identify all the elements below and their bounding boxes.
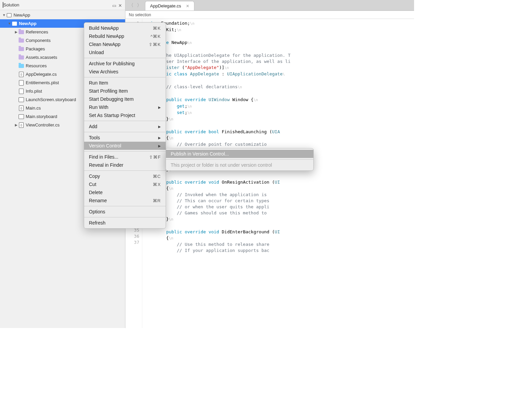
- plist-icon: [18, 80, 24, 86]
- menu-item[interactable]: Reveal in Finder: [84, 161, 166, 169]
- cs-icon: {}: [18, 72, 24, 77]
- menu-item[interactable]: Cut⌘X: [84, 180, 166, 188]
- menu-item[interactable]: Tools▶: [84, 134, 166, 142]
- tab-close-icon[interactable]: ✕: [186, 4, 189, 8]
- folder-blue-icon: [18, 63, 24, 69]
- sidebar-header: Solution ▭ ✕: [0, 0, 125, 10]
- version-control-submenu: Publish in Version Control...This projec…: [166, 148, 314, 171]
- menu-item[interactable]: Refresh: [84, 219, 166, 227]
- close-icon[interactable]: ✕: [118, 3, 122, 7]
- project-icon: [11, 21, 18, 26]
- menu-item[interactable]: Set As Startup Project: [84, 111, 166, 119]
- menu-item[interactable]: Run Item: [84, 79, 166, 87]
- cs-icon: {}: [18, 106, 24, 111]
- menu-item[interactable]: Find in Files...⇧⌘F: [84, 153, 166, 161]
- editor-tab[interactable]: AppDelegate.cs ✕: [145, 1, 194, 10]
- menu-item[interactable]: Options: [84, 208, 166, 216]
- menu-item[interactable]: Archive for Publishing: [84, 60, 166, 68]
- submenu-item: This project or folder is not under vers…: [166, 161, 313, 169]
- tab-bar: 〈 〉 AppDelegate.cs ✕: [125, 0, 414, 11]
- code-editor[interactable]: 1234567891011121314151617181920212223242…: [125, 19, 414, 328]
- tree-root[interactable]: NewApp: [0, 11, 125, 19]
- menu-item[interactable]: Unload: [84, 48, 166, 56]
- nav-back-icon[interactable]: 〈: [129, 2, 134, 8]
- sidebar-title: Solution: [3, 2, 19, 7]
- menu-item[interactable]: Run With▶: [84, 103, 166, 111]
- menu-item[interactable]: Start Profiling Item: [84, 87, 166, 95]
- submenu-item[interactable]: Publish in Version Control...: [166, 150, 313, 158]
- folder-purple-icon: [18, 29, 24, 35]
- breadcrumb[interactable]: No selection: [125, 11, 414, 19]
- menu-item[interactable]: Rename⌘R: [84, 196, 166, 205]
- menu-item[interactable]: View Archives: [84, 68, 166, 76]
- nav-forward-icon[interactable]: 〉: [137, 2, 142, 8]
- plist-icon: [18, 89, 24, 94]
- story-icon: [18, 114, 24, 119]
- folder-purple-icon: [18, 46, 24, 52]
- folder-purple-icon: [18, 38, 24, 43]
- menu-item[interactable]: Rebuild NewApp^⌘K: [84, 32, 166, 40]
- tab-title: AppDelegate.cs: [150, 3, 181, 8]
- menu-item[interactable]: Add▶: [84, 122, 166, 131]
- menu-item[interactable]: Clean NewApp⇧⌘K: [84, 40, 166, 48]
- menu-item[interactable]: Copy⌘C: [84, 172, 166, 180]
- menu-item[interactable]: Build NewApp⌘K: [84, 24, 166, 32]
- restore-icon[interactable]: ▭: [112, 3, 116, 7]
- menu-item[interactable]: Delete: [84, 188, 166, 196]
- menu-item[interactable]: Version Control▶: [84, 142, 166, 150]
- menu-item[interactable]: Start Debugging Item: [84, 95, 166, 103]
- story-icon: [18, 97, 24, 102]
- folder-purple-icon: [18, 55, 24, 60]
- cs-icon: {}: [18, 122, 24, 128]
- context-menu: Build NewApp⌘KRebuild NewApp^⌘KClean New…: [84, 22, 166, 229]
- solution-icon: [6, 13, 12, 18]
- code-content[interactable]: using Foundation;\nusing UIKit;\n\nnames…: [142, 19, 414, 328]
